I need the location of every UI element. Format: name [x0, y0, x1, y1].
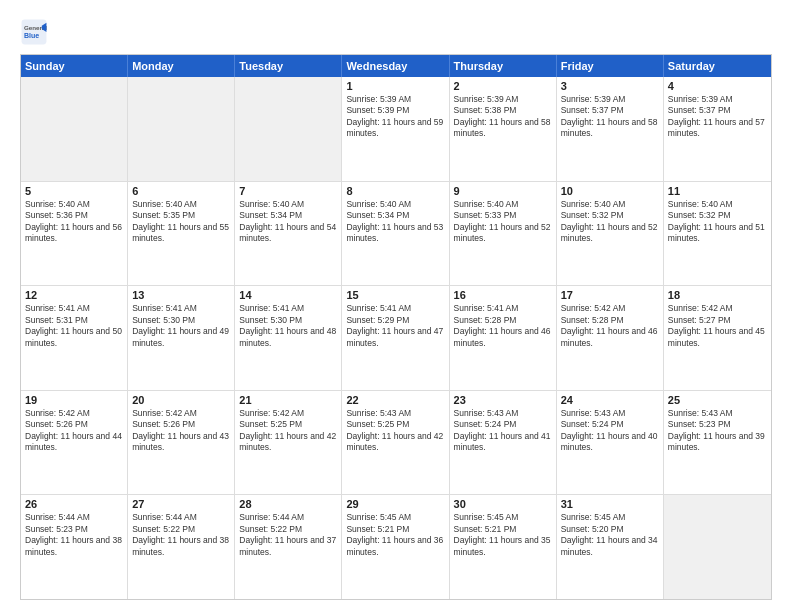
cell-info-30: Sunrise: 5:45 AMSunset: 5:21 PMDaylight:…	[454, 512, 552, 558]
svg-text:Blue: Blue	[24, 32, 39, 39]
cal-cell-r2-c2: 14Sunrise: 5:41 AMSunset: 5:30 PMDayligh…	[235, 286, 342, 390]
cal-cell-r1-c1: 6Sunrise: 5:40 AMSunset: 5:35 PMDaylight…	[128, 182, 235, 286]
day-number-1: 1	[346, 80, 444, 92]
day-number-17: 17	[561, 289, 659, 301]
day-number-13: 13	[132, 289, 230, 301]
cell-info-25: Sunrise: 5:43 AMSunset: 5:23 PMDaylight:…	[668, 408, 767, 454]
cal-cell-r4-c1: 27Sunrise: 5:44 AMSunset: 5:22 PMDayligh…	[128, 495, 235, 599]
cal-cell-r2-c6: 18Sunrise: 5:42 AMSunset: 5:27 PMDayligh…	[664, 286, 771, 390]
cal-cell-r4-c0: 26Sunrise: 5:44 AMSunset: 5:23 PMDayligh…	[21, 495, 128, 599]
day-number-15: 15	[346, 289, 444, 301]
calendar: SundayMondayTuesdayWednesdayThursdayFrid…	[20, 54, 772, 600]
day-number-14: 14	[239, 289, 337, 301]
cal-cell-r3-c3: 22Sunrise: 5:43 AMSunset: 5:25 PMDayligh…	[342, 391, 449, 495]
cell-info-2: Sunrise: 5:39 AMSunset: 5:38 PMDaylight:…	[454, 94, 552, 140]
cal-cell-r4-c3: 29Sunrise: 5:45 AMSunset: 5:21 PMDayligh…	[342, 495, 449, 599]
calendar-row-3: 19Sunrise: 5:42 AMSunset: 5:26 PMDayligh…	[21, 391, 771, 496]
day-number-9: 9	[454, 185, 552, 197]
cal-cell-r2-c3: 15Sunrise: 5:41 AMSunset: 5:29 PMDayligh…	[342, 286, 449, 390]
day-number-7: 7	[239, 185, 337, 197]
cell-info-21: Sunrise: 5:42 AMSunset: 5:25 PMDaylight:…	[239, 408, 337, 454]
day-number-8: 8	[346, 185, 444, 197]
cal-cell-r0-c0	[21, 77, 128, 181]
cal-cell-r2-c0: 12Sunrise: 5:41 AMSunset: 5:31 PMDayligh…	[21, 286, 128, 390]
day-number-4: 4	[668, 80, 767, 92]
cal-cell-r0-c4: 2Sunrise: 5:39 AMSunset: 5:38 PMDaylight…	[450, 77, 557, 181]
cell-info-6: Sunrise: 5:40 AMSunset: 5:35 PMDaylight:…	[132, 199, 230, 245]
cell-info-1: Sunrise: 5:39 AMSunset: 5:39 PMDaylight:…	[346, 94, 444, 140]
cell-info-27: Sunrise: 5:44 AMSunset: 5:22 PMDaylight:…	[132, 512, 230, 558]
day-number-25: 25	[668, 394, 767, 406]
cell-info-11: Sunrise: 5:40 AMSunset: 5:32 PMDaylight:…	[668, 199, 767, 245]
day-number-26: 26	[25, 498, 123, 510]
cal-cell-r1-c0: 5Sunrise: 5:40 AMSunset: 5:36 PMDaylight…	[21, 182, 128, 286]
cell-info-3: Sunrise: 5:39 AMSunset: 5:37 PMDaylight:…	[561, 94, 659, 140]
day-number-23: 23	[454, 394, 552, 406]
weekday-header-friday: Friday	[557, 55, 664, 77]
day-number-11: 11	[668, 185, 767, 197]
calendar-body: 1Sunrise: 5:39 AMSunset: 5:39 PMDaylight…	[21, 77, 771, 599]
cal-cell-r1-c5: 10Sunrise: 5:40 AMSunset: 5:32 PMDayligh…	[557, 182, 664, 286]
cal-cell-r2-c4: 16Sunrise: 5:41 AMSunset: 5:28 PMDayligh…	[450, 286, 557, 390]
cell-info-10: Sunrise: 5:40 AMSunset: 5:32 PMDaylight:…	[561, 199, 659, 245]
cal-cell-r4-c5: 31Sunrise: 5:45 AMSunset: 5:20 PMDayligh…	[557, 495, 664, 599]
calendar-row-4: 26Sunrise: 5:44 AMSunset: 5:23 PMDayligh…	[21, 495, 771, 599]
cell-info-29: Sunrise: 5:45 AMSunset: 5:21 PMDaylight:…	[346, 512, 444, 558]
day-number-24: 24	[561, 394, 659, 406]
cell-info-26: Sunrise: 5:44 AMSunset: 5:23 PMDaylight:…	[25, 512, 123, 558]
calendar-row-1: 5Sunrise: 5:40 AMSunset: 5:36 PMDaylight…	[21, 182, 771, 287]
day-number-16: 16	[454, 289, 552, 301]
header: General Blue	[20, 18, 772, 46]
day-number-22: 22	[346, 394, 444, 406]
day-number-21: 21	[239, 394, 337, 406]
cal-cell-r2-c1: 13Sunrise: 5:41 AMSunset: 5:30 PMDayligh…	[128, 286, 235, 390]
cell-info-17: Sunrise: 5:42 AMSunset: 5:28 PMDaylight:…	[561, 303, 659, 349]
cell-info-9: Sunrise: 5:40 AMSunset: 5:33 PMDaylight:…	[454, 199, 552, 245]
cal-cell-r0-c6: 4Sunrise: 5:39 AMSunset: 5:37 PMDaylight…	[664, 77, 771, 181]
cal-cell-r1-c6: 11Sunrise: 5:40 AMSunset: 5:32 PMDayligh…	[664, 182, 771, 286]
cell-info-14: Sunrise: 5:41 AMSunset: 5:30 PMDaylight:…	[239, 303, 337, 349]
cell-info-19: Sunrise: 5:42 AMSunset: 5:26 PMDaylight:…	[25, 408, 123, 454]
cal-cell-r3-c0: 19Sunrise: 5:42 AMSunset: 5:26 PMDayligh…	[21, 391, 128, 495]
day-number-6: 6	[132, 185, 230, 197]
cal-cell-r3-c5: 24Sunrise: 5:43 AMSunset: 5:24 PMDayligh…	[557, 391, 664, 495]
calendar-row-2: 12Sunrise: 5:41 AMSunset: 5:31 PMDayligh…	[21, 286, 771, 391]
cell-info-22: Sunrise: 5:43 AMSunset: 5:25 PMDaylight:…	[346, 408, 444, 454]
page: General Blue SundayMondayTuesdayWednesda…	[0, 0, 792, 612]
day-number-5: 5	[25, 185, 123, 197]
cell-info-5: Sunrise: 5:40 AMSunset: 5:36 PMDaylight:…	[25, 199, 123, 245]
day-number-12: 12	[25, 289, 123, 301]
cal-cell-r3-c2: 21Sunrise: 5:42 AMSunset: 5:25 PMDayligh…	[235, 391, 342, 495]
weekday-header-tuesday: Tuesday	[235, 55, 342, 77]
logo-icon: General Blue	[20, 18, 48, 46]
day-number-31: 31	[561, 498, 659, 510]
calendar-header: SundayMondayTuesdayWednesdayThursdayFrid…	[21, 55, 771, 77]
calendar-row-0: 1Sunrise: 5:39 AMSunset: 5:39 PMDaylight…	[21, 77, 771, 182]
cell-info-7: Sunrise: 5:40 AMSunset: 5:34 PMDaylight:…	[239, 199, 337, 245]
day-number-30: 30	[454, 498, 552, 510]
cal-cell-r3-c1: 20Sunrise: 5:42 AMSunset: 5:26 PMDayligh…	[128, 391, 235, 495]
cell-info-4: Sunrise: 5:39 AMSunset: 5:37 PMDaylight:…	[668, 94, 767, 140]
day-number-28: 28	[239, 498, 337, 510]
cell-info-20: Sunrise: 5:42 AMSunset: 5:26 PMDaylight:…	[132, 408, 230, 454]
cell-info-31: Sunrise: 5:45 AMSunset: 5:20 PMDaylight:…	[561, 512, 659, 558]
day-number-10: 10	[561, 185, 659, 197]
day-number-3: 3	[561, 80, 659, 92]
day-number-2: 2	[454, 80, 552, 92]
cell-info-12: Sunrise: 5:41 AMSunset: 5:31 PMDaylight:…	[25, 303, 123, 349]
cell-info-24: Sunrise: 5:43 AMSunset: 5:24 PMDaylight:…	[561, 408, 659, 454]
cal-cell-r2-c5: 17Sunrise: 5:42 AMSunset: 5:28 PMDayligh…	[557, 286, 664, 390]
weekday-header-wednesday: Wednesday	[342, 55, 449, 77]
day-number-29: 29	[346, 498, 444, 510]
cal-cell-r4-c6	[664, 495, 771, 599]
cell-info-23: Sunrise: 5:43 AMSunset: 5:24 PMDaylight:…	[454, 408, 552, 454]
cal-cell-r1-c3: 8Sunrise: 5:40 AMSunset: 5:34 PMDaylight…	[342, 182, 449, 286]
cal-cell-r0-c3: 1Sunrise: 5:39 AMSunset: 5:39 PMDaylight…	[342, 77, 449, 181]
cell-info-16: Sunrise: 5:41 AMSunset: 5:28 PMDaylight:…	[454, 303, 552, 349]
cell-info-15: Sunrise: 5:41 AMSunset: 5:29 PMDaylight:…	[346, 303, 444, 349]
cal-cell-r0-c2	[235, 77, 342, 181]
cal-cell-r4-c2: 28Sunrise: 5:44 AMSunset: 5:22 PMDayligh…	[235, 495, 342, 599]
cal-cell-r3-c6: 25Sunrise: 5:43 AMSunset: 5:23 PMDayligh…	[664, 391, 771, 495]
day-number-19: 19	[25, 394, 123, 406]
weekday-header-sunday: Sunday	[21, 55, 128, 77]
